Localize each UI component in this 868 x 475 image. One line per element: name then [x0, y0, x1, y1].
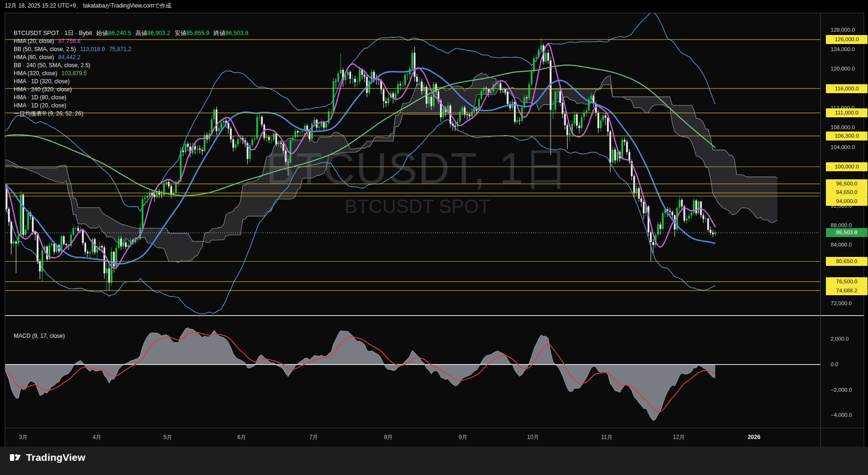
price-level-label: 126,000.0 [826, 35, 868, 44]
time-axis-year-label: 2026 [748, 433, 761, 441]
price-axis[interactable]: 128,000.0124,000.0120,000.0112,000.0108,… [820, 13, 864, 428]
legend-row[interactable]: HMA · 240 (320, close) [14, 86, 248, 94]
legend-value: 113,018.9 [80, 46, 105, 53]
indicator-legend: BTCUSDT SPOT · 1日 · Bybit始値86,240.5高値86,… [14, 29, 248, 118]
legend-text: 始値 [96, 30, 108, 36]
price-axis-label: 120,000.0 [826, 64, 868, 73]
legend-row[interactable]: 一目均衡表® (9, 26, 52, 26) [14, 110, 248, 118]
price-level-label: 74,688.2 [826, 286, 868, 295]
creation-timestamp: 12月 18, 2025 15:22 UTC+9、 takatabaがTradi… [5, 2, 171, 10]
legend-text: BB · 240 (50, SMA, close, 2.5) [14, 62, 90, 69]
legend-row[interactable]: HMA (20, close)87,756.8 [14, 37, 248, 45]
macd-axis-label: 2,000.0 [826, 334, 868, 343]
legend-value: 86,240.5 [108, 30, 132, 36]
legend-text: BB (50, SMA, close, 2.5) [14, 46, 76, 53]
time-axis-month-label: 9月 [459, 433, 468, 441]
legend-text: 終値 [214, 30, 226, 36]
legend-row[interactable]: BTCUSDT SPOT · 1日 · Bybit始値86,240.5高値86,… [14, 29, 248, 37]
legend-text: 高値 [135, 30, 147, 36]
legend-value: 75,871.2 [109, 46, 132, 53]
price-axis-label: 72,000.0 [826, 299, 868, 308]
price-axis-label: 84,000.0 [826, 240, 868, 249]
legend-row[interactable]: HMA (320, close)103,879.5 [14, 70, 248, 78]
legend-value: 103,879.5 [61, 70, 87, 77]
legend-value: 86,503.8 [226, 30, 249, 36]
legend-row[interactable]: BB (50, SMA, close, 2.5)113,018.975,871.… [14, 45, 248, 53]
price-level-label: 116,000.0 [826, 84, 868, 93]
legend-value: 84,442.2 [58, 54, 80, 61]
time-axis-month-label: 8月 [384, 433, 393, 441]
price-level-label: 94,000.0 [826, 197, 868, 206]
time-axis-month-label: 4月 [93, 433, 102, 441]
time-axis-month-label: 5月 [164, 433, 173, 441]
price-axis-label: 104,000.0 [826, 143, 868, 152]
macd-pane[interactable] [5, 328, 820, 421]
price-level-label: 76,500.0 [826, 277, 868, 286]
time-axis[interactable]: 3月4月5月6月7月8月9月10月11月12月2026 [5, 428, 820, 447]
legend-row[interactable]: HMA · 1D (320, close) [14, 78, 248, 86]
tradingview-logo-icon [9, 451, 22, 464]
legend-text: HMA (20, close) [14, 38, 54, 44]
tradingview-chart-snapshot: 12月 18, 2025 15:22 UTC+9、 takatabaがTradi… [0, 0, 868, 475]
legend-value: 87,756.8 [58, 38, 80, 44]
time-axis-month-label: 12月 [673, 433, 684, 441]
time-axis-month-label: 10月 [527, 433, 539, 441]
legend-row[interactable]: BB · 240 (50, SMA, close, 2.5) [14, 62, 248, 70]
legend-row[interactable]: HMA · 1D (80, close) [14, 94, 248, 102]
price-level-label: 111,000.0 [826, 108, 868, 117]
time-axis-month-label: 11月 [601, 433, 613, 441]
macd-axis-label: −4,000.0 [826, 411, 868, 420]
time-axis-month-label: 6月 [237, 433, 246, 441]
time-axis-month-label: 7月 [309, 433, 318, 441]
time-axis-month-label: 3月 [19, 433, 28, 441]
legend-row[interactable]: HMA · 1D (20, close) [14, 102, 248, 110]
legend-text: 一目均衡表® (9, 26, 52, 26) [14, 110, 83, 117]
price-axis-label: 108,000.0 [826, 123, 868, 132]
price-level-label: 94,650.0 [826, 188, 868, 197]
price-level-label: 106,300.0 [826, 132, 868, 141]
legend-text: HMA · 1D (320, close) [14, 78, 70, 85]
chart-frame: BTCUSDT, 1日 BTCUSDT SPOT BTCUSDT SPOT · … [5, 13, 864, 447]
price-level-label: 100,000.0 [826, 162, 868, 171]
price-axis-label: 124,000.0 [826, 45, 868, 54]
tradingview-logo[interactable]: TradingView [9, 451, 86, 464]
footer-bar [0, 447, 868, 475]
price-axis-label: 128,000.0 [826, 26, 868, 35]
legend-text: 安値 [175, 30, 186, 36]
tradingview-logo-text: TradingView [26, 452, 86, 463]
macd-indicator-label: MACD (9, 17, close) [14, 333, 65, 339]
price-level-label: 80,650.0 [826, 257, 868, 266]
legend-value: 86,903.2 [147, 30, 170, 36]
last-price-label: 86,503.8 [826, 228, 868, 237]
macd-axis-label: 0.0 [826, 360, 868, 369]
legend-text: HMA · 240 (320, close) [14, 86, 72, 93]
legend-text: HMA · 1D (20, close) [14, 102, 66, 109]
legend-text: HMA (80, close) [14, 54, 54, 61]
legend-text: HMA · 1D (80, close) [14, 94, 66, 101]
legend-row[interactable]: HMA (80, close)84,442.2 [14, 53, 248, 62]
legend-text: HMA (320, close) [14, 70, 57, 77]
macd-axis-label: −2,000.0 [826, 386, 868, 395]
legend-text: BTCUSDT SPOT · 1日 · Bybit [14, 30, 92, 36]
price-level-label: 96,500.0 [826, 179, 868, 188]
legend-value: 85,855.9 [186, 30, 210, 36]
